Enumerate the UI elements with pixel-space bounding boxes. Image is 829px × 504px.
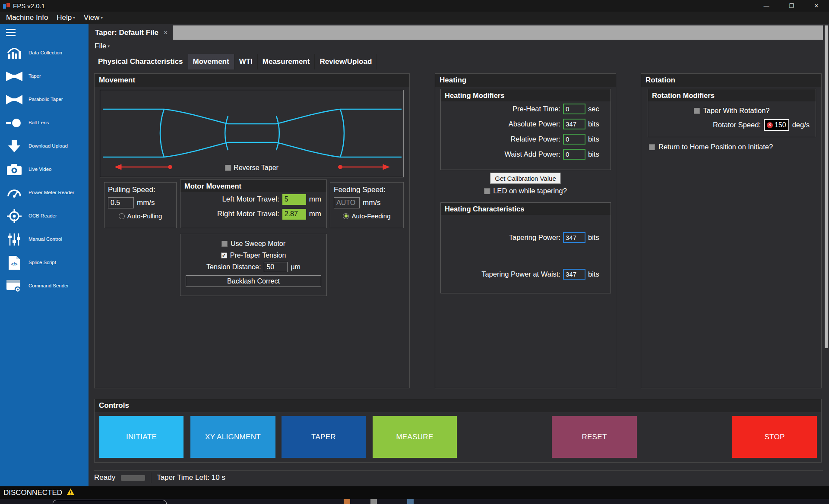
rotation-panel: Rotation Rotation Modifiers Taper With R… xyxy=(641,73,822,388)
file-menu[interactable]: File▾ xyxy=(90,40,110,53)
relative-power-label: Relative Power: xyxy=(441,135,560,143)
taskbar-search-box[interactable] xyxy=(53,500,167,504)
minimize-button[interactable]: — xyxy=(754,0,779,12)
chevron-down-icon: ▾ xyxy=(101,16,103,20)
left-motor-travel-input[interactable] xyxy=(282,194,306,205)
maximize-button[interactable]: ❐ xyxy=(779,0,804,12)
auto-feeding-radio[interactable] xyxy=(343,213,349,219)
motor-movement-group: Motor Movement Left Motor Travel: mm Rig… xyxy=(180,180,327,228)
pre-heat-time-input[interactable] xyxy=(563,104,585,114)
menu-toggle-icon[interactable] xyxy=(6,29,16,36)
close-tab-icon[interactable]: × xyxy=(164,29,168,37)
data-collection-icon xyxy=(5,45,23,61)
pulling-speed-input[interactable] xyxy=(108,197,134,208)
tab-wti[interactable]: WTI xyxy=(234,54,258,69)
sidebar-item-splice-script[interactable]: </> Splice Script xyxy=(0,251,89,274)
taskbar-app-icon[interactable] xyxy=(407,499,414,504)
feeding-speed-unit: mm/s xyxy=(363,198,381,207)
taskbar-app-icon[interactable] xyxy=(370,499,377,504)
status-separator xyxy=(151,472,151,483)
taskbar-app-icon[interactable] xyxy=(344,499,350,504)
xy-alignment-button[interactable]: XY ALIGNMENT xyxy=(190,416,275,458)
sidebar-item-label: Taper xyxy=(28,73,41,79)
auto-pulling-radio[interactable] xyxy=(119,213,125,219)
reverse-taper-checkbox[interactable] xyxy=(225,165,231,171)
sidebar-item-command-sender[interactable]: Command Sender xyxy=(0,274,89,298)
ball-lens-icon xyxy=(5,115,23,131)
scrollbar[interactable] xyxy=(825,25,828,348)
feeding-speed-input[interactable] xyxy=(334,197,360,208)
led-on-label: LED on while tapering? xyxy=(493,187,567,195)
sidebar-item-download-upload[interactable]: Download Upload xyxy=(0,135,89,158)
taper-with-rotation-checkbox[interactable] xyxy=(694,108,700,114)
heating-modifiers-title: Heating Modifiers xyxy=(441,89,611,101)
menu-machine-info[interactable]: Machine Info xyxy=(2,13,52,22)
tension-distance-input[interactable] xyxy=(264,262,288,272)
sidebar-item-power-meter-reader[interactable]: Power Meter Reader xyxy=(0,181,89,205)
absolute-power-unit: bits xyxy=(588,120,604,128)
sweep-tension-group: Use Sweep Motor Pre-Taper Tension Tensio… xyxy=(180,234,327,296)
reset-button[interactable]: RESET xyxy=(552,416,637,458)
crosshair-icon xyxy=(5,208,23,224)
relative-power-input[interactable] xyxy=(563,134,585,145)
connection-status-text: DISCONNECTED xyxy=(3,488,62,497)
use-sweep-motor-label: Use Sweep Motor xyxy=(231,240,285,248)
app-icon xyxy=(3,3,10,9)
tapering-power-waist-input[interactable] xyxy=(563,269,585,280)
waist-add-power-unit: bits xyxy=(588,150,604,158)
auto-feeding-label: Auto-Feeding xyxy=(351,212,390,220)
sidebar-item-data-collection[interactable]: Data Collection xyxy=(0,41,89,65)
menu-view[interactable]: View▾ xyxy=(79,13,107,22)
taper-time-left-text: Taper Time Left: 10 s xyxy=(157,473,225,482)
sidebar-item-taper[interactable]: Taper xyxy=(0,65,89,88)
heating-characteristics-group: Heating Characteristics Tapering Power: … xyxy=(440,202,611,293)
return-home-checkbox[interactable] xyxy=(649,144,655,150)
get-calibration-value-button[interactable]: Get Calibration Value xyxy=(490,173,560,184)
connection-status-bar: DISCONNECTED xyxy=(0,486,829,499)
taper-button[interactable]: TAPER xyxy=(282,416,366,458)
backlash-correct-button[interactable]: Backlash Correct xyxy=(186,275,321,287)
rotator-speed-value: 150 xyxy=(775,121,786,129)
absolute-power-input[interactable] xyxy=(563,119,585,129)
parabolic-taper-icon xyxy=(5,92,23,107)
taper-icon xyxy=(5,69,23,84)
download-arrow-icon xyxy=(5,139,23,154)
waist-add-power-input[interactable] xyxy=(563,149,585,160)
document-tab-taper-default-file[interactable]: Taper: Default File × xyxy=(90,25,173,40)
tab-measurement[interactable]: Measurement xyxy=(258,54,315,69)
gauge-icon xyxy=(5,185,23,201)
right-motor-travel-input[interactable] xyxy=(282,209,306,220)
tapering-power-input[interactable] xyxy=(563,232,585,243)
led-on-checkbox[interactable] xyxy=(484,188,490,194)
tab-movement[interactable]: Movement xyxy=(188,54,234,69)
sidebar-item-label: Data Collection xyxy=(28,50,62,56)
content-area: Taper: Default File × File▾ Physical Cha… xyxy=(89,24,829,486)
sidebar-item-ocb-reader[interactable]: OCB Reader xyxy=(0,205,89,228)
left-motor-travel-label: Left Motor Travel: xyxy=(222,195,279,204)
sliders-icon xyxy=(5,232,23,247)
sidebar-item-live-video[interactable]: Live Video xyxy=(0,158,89,181)
sidebar-item-ball-lens[interactable]: Ball Lens xyxy=(0,111,89,135)
tapering-power-label: Tapering Power: xyxy=(441,233,560,242)
sidebar-item-parabolic-taper[interactable]: Parabolic Taper xyxy=(0,88,89,111)
pre-taper-tension-checkbox[interactable] xyxy=(221,252,227,258)
pulling-speed-label: Pulling Speed: xyxy=(108,186,173,194)
heating-panel-title: Heating xyxy=(435,74,616,87)
left-motor-travel-unit: mm xyxy=(309,195,321,204)
rotator-speed-input[interactable]: ✕ 150 xyxy=(764,119,789,131)
stop-button[interactable]: STOP xyxy=(732,416,817,458)
initiate-button[interactable]: INITIATE xyxy=(99,416,184,458)
close-button[interactable]: ✕ xyxy=(804,0,829,12)
sidebar: Data Collection Taper xyxy=(0,24,89,486)
menu-help[interactable]: Help▾ xyxy=(52,13,79,22)
feeding-speed-group: Feeding Speed: mm/s Auto-Feeding xyxy=(330,182,404,228)
waist-add-power-label: Waist Add Power: xyxy=(441,150,560,158)
tab-physical-characteristics[interactable]: Physical Characteristics xyxy=(93,54,188,69)
tab-review-upload[interactable]: Review/Upload xyxy=(315,54,377,69)
sidebar-item-label: Download Upload xyxy=(28,143,68,149)
measure-button[interactable]: MEASURE xyxy=(373,416,457,458)
use-sweep-motor-checkbox[interactable] xyxy=(221,241,228,247)
status-ready-text: Ready xyxy=(94,473,115,482)
sidebar-item-manual-control[interactable]: Manual Control xyxy=(0,228,89,251)
rotation-panel-title: Rotation xyxy=(641,74,821,87)
